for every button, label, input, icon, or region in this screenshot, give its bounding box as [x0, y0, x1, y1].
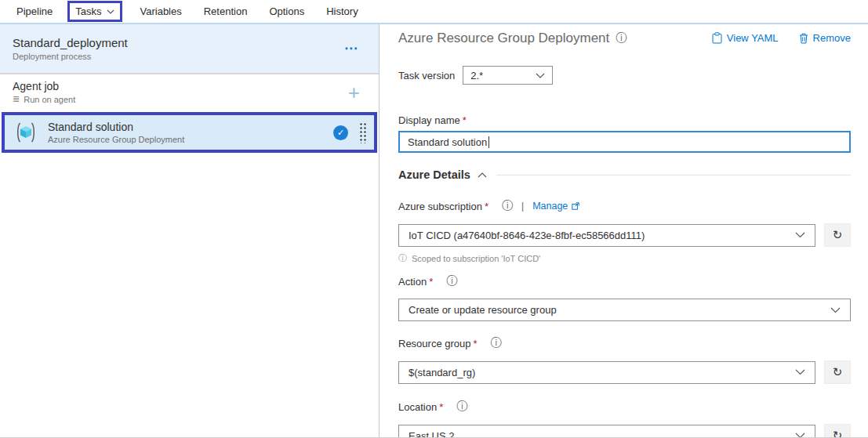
action-label: Action * ⓘ [398, 274, 851, 288]
view-yaml-button[interactable]: View YAML [712, 32, 779, 44]
azure-resource-group-icon [14, 121, 38, 143]
action-label-text: Action [398, 276, 427, 288]
info-icon: ⓘ [398, 252, 407, 264]
azure-details-section-toggle[interactable]: Azure Details [398, 168, 851, 181]
tab-history[interactable]: History [322, 5, 361, 17]
add-task-button[interactable]: + [348, 85, 360, 100]
deployment-process-header[interactable]: Standard_deployment Deployment process ⋯ [0, 24, 379, 73]
section-divider [496, 175, 851, 176]
location-select[interactable]: East US 2 [398, 425, 815, 438]
required-asterisk: * [429, 276, 433, 288]
chevron-down-icon [795, 232, 805, 238]
chevron-down-icon [795, 369, 805, 375]
resource-group-select[interactable]: $(standard_rg) [398, 361, 815, 384]
refresh-resource-group-button[interactable]: ↻ [824, 360, 851, 384]
tab-options[interactable]: Options [265, 5, 308, 17]
subscription-label: Azure subscription * ⓘ | Manage [398, 199, 851, 213]
agent-job-subtitle: Run on agent [24, 95, 75, 104]
resource-group-label-text: Resource group [398, 338, 471, 349]
display-name-label-text: Display name [398, 114, 460, 126]
required-asterisk: * [463, 114, 467, 126]
task-version-label: Task version [398, 70, 455, 81]
info-icon[interactable]: ⓘ [491, 336, 502, 350]
refresh-subscription-button[interactable]: ↻ [824, 223, 851, 247]
resource-group-value: $(standard_rg) [409, 367, 475, 378]
remove-label: Remove [813, 32, 851, 44]
azure-devops-pipeline-editor: Pipeline Tasks Variables Retention Optio… [0, 0, 868, 438]
location-label-text: Location [398, 401, 437, 413]
tab-variables[interactable]: Variables [136, 5, 186, 17]
subscription-label-text: Azure subscription [398, 201, 482, 212]
drag-handle-icon[interactable] [359, 121, 367, 143]
display-name-label: Display name * [398, 114, 851, 126]
text-cursor [488, 136, 489, 148]
task-version-value: 2.* [470, 70, 483, 81]
chevron-down-icon [795, 433, 805, 437]
task-valid-check-icon: ✓ [333, 125, 348, 140]
task-title: Standard solution [48, 121, 333, 133]
remove-button[interactable]: Remove [799, 32, 851, 44]
separator: | [521, 201, 524, 212]
manage-subscription-link[interactable]: Manage [532, 201, 579, 212]
agent-job-title: Agent job [13, 80, 75, 92]
task-detail-panel: Azure Resource Group Deployment ⓘ View Y… [380, 24, 868, 437]
clipboard-icon [712, 32, 722, 44]
task-version-select[interactable]: 2.* [463, 66, 553, 85]
tab-pipeline[interactable]: Pipeline [13, 5, 56, 17]
chevron-down-icon [536, 73, 545, 78]
process-sidebar: Standard_deployment Deployment process ⋯… [0, 24, 380, 437]
subscription-select[interactable]: IoT CICD (a47640bf-8646-423e-8fbf-ec5856… [398, 224, 815, 247]
subscription-scope-note: ⓘ Scoped to subscription 'IoT CICD' [398, 252, 851, 264]
run-on-agent-icon: ≣ [13, 94, 20, 104]
pipeline-tab-bar: Pipeline Tasks Variables Retention Optio… [0, 0, 868, 24]
azure-details-title: Azure Details [398, 168, 470, 181]
task-detail-title: Azure Resource Group Deployment ⓘ [398, 31, 626, 46]
external-link-icon [572, 202, 579, 210]
info-icon[interactable]: ⓘ [616, 31, 626, 45]
required-asterisk: * [474, 338, 478, 349]
tab-tasks[interactable]: Tasks [67, 1, 122, 22]
action-value: Create or update resource group [409, 304, 557, 316]
required-asterisk: * [439, 401, 443, 413]
manage-label: Manage [532, 201, 568, 212]
subscription-value: IoT CICD (a47640bf-8646-423e-8fbf-ec5856… [409, 230, 645, 241]
action-select[interactable]: Create or update resource group [398, 299, 851, 321]
refresh-icon: ↻ [833, 228, 843, 242]
scope-note-text: Scoped to subscription 'IoT CICD' [412, 254, 540, 263]
resource-group-label: Resource group * ⓘ [398, 336, 851, 350]
location-label: Location * ⓘ [398, 400, 851, 414]
display-name-input[interactable]: Standard solution [398, 131, 851, 153]
task-subtitle: Azure Resource Group Deployment [48, 135, 333, 144]
info-icon[interactable]: ⓘ [456, 400, 467, 414]
refresh-icon: ↻ [833, 429, 843, 437]
refresh-icon: ↻ [833, 365, 843, 379]
task-detail-title-text: Azure Resource Group Deployment [398, 31, 609, 46]
info-icon[interactable]: ⓘ [446, 274, 457, 288]
agent-job-item[interactable]: Agent job ≣ Run on agent + [0, 73, 379, 110]
chevron-up-icon [478, 172, 487, 178]
tab-retention[interactable]: Retention [200, 5, 252, 17]
process-subtitle: Deployment process [13, 52, 128, 61]
location-value: East US 2 [409, 430, 455, 438]
chevron-down-icon [830, 307, 841, 313]
task-item-standard-solution[interactable]: Standard solution Azure Resource Group D… [2, 112, 377, 153]
refresh-location-button[interactable]: ↻ [824, 424, 851, 437]
trash-icon [799, 33, 808, 44]
check-glyph: ✓ [337, 128, 344, 138]
required-asterisk: * [485, 201, 488, 212]
tab-tasks-label: Tasks [75, 5, 101, 17]
chevron-down-icon [107, 9, 114, 14]
process-title: Standard_deployment [13, 36, 128, 49]
more-options-icon[interactable]: ⋯ [344, 45, 358, 52]
view-yaml-label: View YAML [727, 32, 779, 44]
info-icon[interactable]: ⓘ [502, 199, 513, 213]
display-name-value: Standard solution [408, 136, 487, 148]
